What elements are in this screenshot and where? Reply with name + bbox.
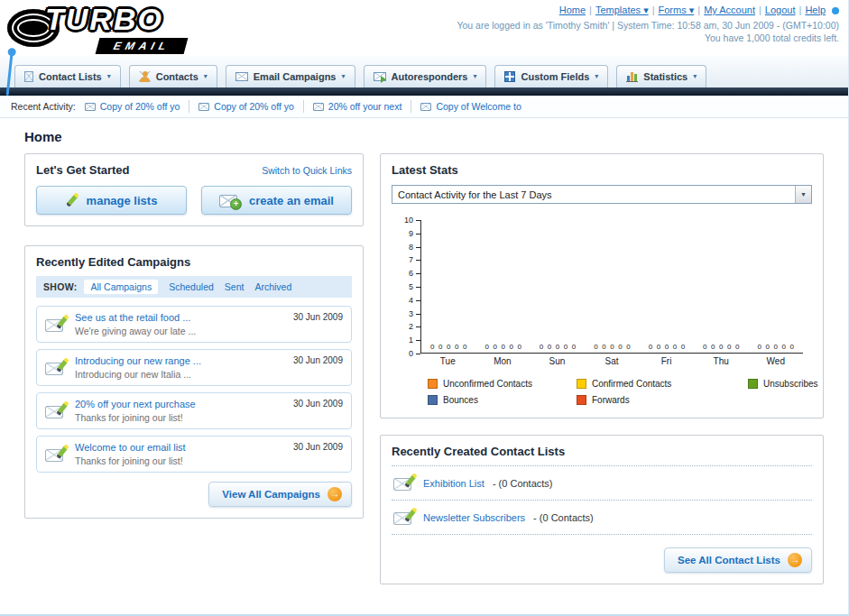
campaign-text: Welcome to our email listThanks for join… bbox=[75, 442, 285, 466]
campaign-row[interactable]: See us at the retail food ...We're givin… bbox=[36, 306, 352, 343]
recent-activity-item[interactable]: 20% off your next bbox=[313, 101, 402, 112]
bar-value-label: 0 bbox=[626, 344, 630, 351]
filter-all-campaigns[interactable]: All Campaigns bbox=[84, 280, 158, 294]
help-indicator-dot bbox=[832, 7, 839, 14]
tab-custom-fields[interactable]: Custom Fields▾ bbox=[494, 65, 608, 87]
contact-list-items: Exhibition List - (0 Contacts)Newsletter… bbox=[392, 466, 812, 535]
stats-period-value: Contact Activity for the Last 7 Days bbox=[392, 189, 795, 200]
campaign-row[interactable]: Welcome to our email listThanks for join… bbox=[36, 436, 352, 473]
filter-sent[interactable]: Sent bbox=[225, 281, 245, 292]
recent-activity-link[interactable]: Copy of 20% off yo bbox=[214, 101, 294, 112]
bar-value-label: 0 bbox=[681, 344, 685, 351]
login-info: You are logged in as 'Timothy Smith' | S… bbox=[457, 20, 839, 31]
envelope-pencil-icon bbox=[393, 509, 415, 526]
bar-bounces: 0 bbox=[509, 344, 514, 353]
recent-activity-item[interactable]: Copy of Welcome to bbox=[420, 101, 521, 112]
campaign-title-link[interactable]: 20% off your next purchase bbox=[75, 399, 285, 409]
tab-contact-lists[interactable]: Contact Lists▾ bbox=[14, 65, 121, 87]
recent-activity-link[interactable]: Copy of Welcome to bbox=[436, 101, 521, 112]
bar-confirmed-contacts: 0 bbox=[710, 344, 715, 353]
page-title: Home bbox=[24, 129, 848, 144]
envelope-pencil-icon bbox=[393, 474, 415, 492]
recent-activity-item[interactable]: Copy of 20% off yo bbox=[198, 101, 294, 112]
chevron-down-icon: ▾ bbox=[473, 72, 476, 80]
tab-label: Statistics bbox=[643, 71, 688, 82]
filter-scheduled[interactable]: Scheduled bbox=[169, 281, 214, 292]
envelope-pencil-icon bbox=[45, 402, 67, 419]
recent-activity-link[interactable]: Copy of 20% off yo bbox=[100, 101, 180, 112]
bar-unconfirmed-contacts: 0 bbox=[757, 344, 762, 353]
recent-activity-link[interactable]: 20% off your next bbox=[328, 101, 402, 112]
campaign-row[interactable]: Introducing our new range ...Introducing… bbox=[36, 349, 352, 386]
legend-item-unsubscribes: Unsubscribes bbox=[748, 379, 818, 389]
contact-list-item[interactable]: Newsletter Subscribers - (0 Contacts) bbox=[392, 501, 812, 535]
create-email-label: create an email bbox=[249, 194, 334, 207]
contact-lists-panel: Recently Created Contact Lists Exhibitio… bbox=[380, 435, 824, 584]
campaign-text: 20% off your next purchaseThanks for joi… bbox=[75, 399, 285, 423]
chevron-down-icon: ▼ bbox=[795, 186, 811, 203]
bar-value-label: 0 bbox=[649, 344, 652, 351]
legend-label: Unconfirmed Contacts bbox=[443, 379, 532, 389]
header-link-logout[interactable]: Logout bbox=[765, 5, 796, 15]
switch-quick-links-link[interactable]: Switch to Quick Links bbox=[262, 165, 352, 176]
bar-value-label: 0 bbox=[509, 344, 512, 351]
stats-period-select[interactable]: Contact Activity for the Last 7 Days ▼ bbox=[392, 185, 812, 204]
y-axis-tick-label: 8 bbox=[409, 243, 413, 251]
legend-swatch bbox=[577, 395, 586, 405]
bar-bounces: 0 bbox=[726, 344, 732, 353]
tab-label: Custom Fields bbox=[521, 71, 589, 82]
activity-separator bbox=[411, 100, 411, 113]
bar-value-label: 0 bbox=[463, 344, 466, 351]
campaign-subtitle: Introducing our new Italia ... bbox=[75, 369, 285, 380]
bar-value-label: 0 bbox=[735, 344, 739, 351]
campaign-title-link[interactable]: Welcome to our email list bbox=[75, 442, 285, 453]
main-nav-tabs: Contact Lists▾Contacts▾Email Campaigns▾A… bbox=[14, 65, 706, 87]
recent-activity-item[interactable]: Copy of 20% off yo bbox=[85, 101, 180, 112]
bar-forwards: 0 bbox=[462, 344, 467, 353]
latest-stats-panel: Latest Stats Contact Activity for the La… bbox=[380, 153, 824, 418]
bar-unsubscribes: 0 bbox=[555, 344, 560, 353]
create-email-button[interactable]: create an email bbox=[201, 186, 352, 215]
bar-value-label: 0 bbox=[711, 344, 715, 351]
filter-archived[interactable]: Archived bbox=[254, 281, 291, 292]
x-axis-label-sat: Sat bbox=[585, 356, 640, 366]
contact-lists-actions: See All Contact Lists → bbox=[392, 547, 812, 573]
legend-swatch bbox=[428, 379, 438, 389]
contact-list-item[interactable]: Exhibition List - (0 Contacts) bbox=[392, 466, 812, 501]
contact-list-detail: - (0 Contacts) bbox=[493, 478, 553, 489]
view-all-campaigns-label: View All Campaigns bbox=[222, 489, 320, 500]
bar-value-label: 0 bbox=[657, 344, 660, 351]
campaign-title-link[interactable]: Introducing our new range ... bbox=[75, 355, 285, 366]
header-link-my-account[interactable]: My Account bbox=[704, 5, 755, 15]
tab-autoresponders[interactable]: Autoresponders▾ bbox=[364, 65, 487, 87]
credits-info: You have 1,000 total credits left. bbox=[457, 32, 839, 43]
contact-activity-chart: 012345678910 000000000000000000000000000… bbox=[392, 220, 812, 405]
contact-lists-title: Recently Created Contact Lists bbox=[392, 445, 812, 466]
y-axis-tick-mark bbox=[416, 314, 420, 315]
header-link-help[interactable]: Help bbox=[805, 5, 826, 15]
campaign-title-link[interactable]: See us at the retail food ... bbox=[75, 312, 285, 323]
x-axis-label-wed: Wed bbox=[748, 356, 803, 366]
contact-list-link[interactable]: Newsletter Subscribers bbox=[423, 512, 525, 523]
campaign-row[interactable]: 20% off your next purchaseThanks for joi… bbox=[36, 392, 352, 429]
statistics-icon bbox=[626, 70, 638, 82]
nav-separator: | bbox=[759, 5, 761, 15]
view-all-campaigns-button[interactable]: View All Campaigns → bbox=[208, 482, 352, 507]
tab-contacts[interactable]: Contacts▾ bbox=[129, 65, 217, 87]
y-axis-tick-mark bbox=[416, 287, 420, 288]
bar-value-label: 0 bbox=[774, 344, 778, 351]
header-link-templates[interactable]: Templates ▾ bbox=[595, 5, 649, 15]
tab-email-campaigns[interactable]: Email Campaigns▾ bbox=[226, 65, 355, 87]
see-all-contact-lists-button[interactable]: See All Contact Lists → bbox=[664, 547, 812, 573]
header-link-forms[interactable]: Forms ▾ bbox=[659, 5, 695, 15]
header-link-home[interactable]: Home bbox=[559, 5, 586, 15]
tab-statistics[interactable]: Statistics▾ bbox=[616, 65, 706, 87]
custom-fields-icon bbox=[504, 71, 515, 82]
bar-value-label: 0 bbox=[618, 344, 622, 351]
get-started-buttons: manage lists create an email bbox=[36, 186, 352, 215]
y-axis-tick-mark bbox=[416, 354, 420, 354]
bar-confirmed-contacts: 0 bbox=[438, 344, 443, 353]
contact-list-link[interactable]: Exhibition List bbox=[423, 478, 484, 489]
manage-lists-button[interactable]: manage lists bbox=[36, 186, 187, 215]
contact-lists-icon bbox=[24, 71, 33, 82]
